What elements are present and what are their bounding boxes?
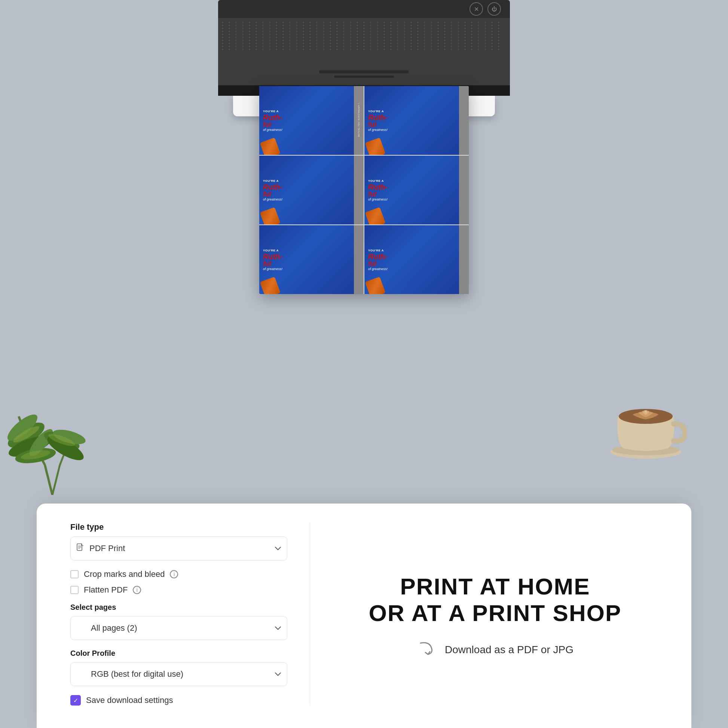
card-ruth-4: Ruth- — [368, 183, 466, 191]
coffee-cup-decoration — [604, 379, 691, 465]
save-settings-label: Save download settings — [86, 696, 173, 705]
candy-bar-4 — [365, 207, 386, 225]
select-pages-chevron-icon — [275, 624, 281, 632]
printer-close-button: ✕ — [470, 2, 483, 16]
crop-marks-checkbox[interactable] — [70, 570, 78, 578]
card-side-text-1: I APPRECIATE YOU TAYLOR — [358, 104, 360, 137]
crop-marks-row: Crop marks and bleed i — [70, 569, 287, 579]
promo-sub-text: Download as a PDF or JPG — [445, 644, 574, 656]
candy-bar-6 — [365, 277, 386, 294]
select-pages-wrapper[interactable]: All pages (2) — [70, 616, 287, 640]
card-3: YOU'RE A Ruth- ful of greatness! — [259, 156, 364, 225]
card-youre-a-3: YOU'RE A — [263, 179, 361, 182]
crop-marks-info-icon[interactable]: i — [170, 570, 178, 578]
card-stripe-3 — [354, 156, 364, 225]
card-2: YOU'RE A Ruth- ful of greatness! — [364, 86, 469, 155]
file-type-value: PDF Print — [89, 544, 125, 553]
card-youre-a-2: YOU'RE A — [368, 110, 466, 113]
candy-bar-5 — [260, 277, 281, 294]
card-4: YOU'RE A Ruth- ful of greatness! — [364, 156, 469, 225]
color-profile-label: Color Profile — [70, 649, 287, 658]
select-pages-select[interactable]: All pages (2) — [70, 616, 287, 640]
card-greatness-2: of greatness! — [368, 128, 466, 132]
file-type-select-wrapper[interactable]: PDF Print — [70, 537, 287, 560]
promo-sub-section: Download as a PDF or JPG — [417, 638, 574, 662]
card-greatness-3: of greatness! — [263, 197, 361, 201]
plant-decoration — [0, 338, 105, 495]
panel-divider — [310, 522, 310, 705]
card-stripe-6 — [459, 225, 469, 294]
card-stripe-5 — [354, 225, 364, 294]
flatten-pdf-checkbox[interactable] — [70, 586, 78, 594]
file-type-chevron-icon — [275, 545, 281, 552]
color-profile-chevron-icon — [275, 670, 281, 678]
card-ful-1: ful — [263, 121, 361, 128]
top-section: ✕ ⏻ // Will populate via JS below — [0, 0, 728, 495]
card-greatness-4: of greatness! — [368, 197, 466, 201]
card-1: YOU'RE A Ruth- ful of greatness! I APPRE… — [259, 86, 364, 155]
color-profile-value: RGB (best for digital use) — [89, 669, 183, 679]
paper-sheet: YOU'RE A Ruth- ful of greatness! I APPRE… — [259, 86, 469, 294]
candy-bar-1 — [260, 138, 281, 155]
card-ruth-6: Ruth- — [368, 253, 466, 260]
card-stripe-1: I APPRECIATE YOU TAYLOR — [354, 86, 364, 155]
card-ful-6: ful — [368, 260, 466, 267]
right-promo-section: PRINT AT HOME OR AT A PRINT SHOP Downloa… — [333, 522, 658, 705]
select-pages-value: All pages (2) — [89, 623, 137, 633]
color-profile-wrapper[interactable]: RGB (best for digital use) — [70, 662, 287, 686]
card-ruth-1: Ruth- — [263, 114, 361, 121]
color-profile-select[interactable]: RGB (best for digital use) — [70, 662, 287, 686]
card-6: YOU'RE A Ruth- ful of greatness! — [364, 225, 469, 294]
card-ful-5: ful — [263, 260, 361, 267]
promo-headline: PRINT AT HOME OR AT A PRINT SHOP — [369, 573, 622, 627]
save-settings-checkbox[interactable]: ✓ — [70, 695, 81, 705]
save-settings-row: ✓ Save download settings — [70, 695, 287, 705]
card-ful-3: ful — [263, 191, 361, 197]
file-type-label: File type — [70, 522, 287, 532]
card-youre-a-4: YOU'RE A — [368, 179, 466, 182]
flatten-pdf-info-icon[interactable]: i — [133, 586, 141, 594]
card-stripe-2 — [459, 86, 469, 155]
card-5: YOU'RE A Ruth- ful of greatness! — [259, 225, 364, 294]
paper-cards-grid: YOU'RE A Ruth- ful of greatness! I APPRE… — [259, 86, 469, 294]
promo-headline-line1: PRINT AT HOME — [400, 574, 590, 599]
card-ful-4: ful — [368, 191, 466, 197]
card-youre-a-6: YOU'RE A — [368, 249, 466, 252]
printer-power-button: ⏻ — [488, 2, 501, 16]
card-stripe-4 — [459, 156, 469, 225]
card-ful-2: ful — [368, 121, 466, 128]
card-ruth-3: Ruth- — [263, 183, 361, 191]
arrow-left-icon — [417, 638, 437, 662]
card-greatness-5: of greatness! — [263, 267, 361, 271]
card-youre-a-1: YOU'RE A — [263, 110, 361, 113]
candy-bar-2 — [365, 138, 386, 155]
card-greatness-1: of greatness! — [263, 128, 361, 132]
flatten-pdf-row: Flatten PDF i — [70, 585, 287, 595]
card-greatness-6: of greatness! — [368, 267, 466, 271]
left-form-section: File type PDF Print Crop marks — [70, 522, 287, 705]
file-doc-icon — [77, 544, 84, 554]
card-text-1: YOU'RE A Ruth- ful of greatness! — [262, 110, 361, 132]
flatten-pdf-label: Flatten PDF — [84, 585, 128, 595]
card-ruth-5: Ruth- — [263, 253, 361, 260]
select-pages-label: Select pages — [70, 603, 287, 612]
bottom-panel: File type PDF Print Crop marks — [37, 503, 691, 728]
candy-bar-3 — [260, 207, 281, 225]
card-youre-a-5: YOU'RE A — [263, 249, 361, 252]
file-type-select[interactable]: PDF Print — [70, 537, 287, 560]
promo-headline-line2: OR AT A PRINT SHOP — [369, 600, 622, 626]
card-ruth-2: Ruth- — [368, 114, 466, 121]
crop-marks-label: Crop marks and bleed — [84, 569, 165, 579]
